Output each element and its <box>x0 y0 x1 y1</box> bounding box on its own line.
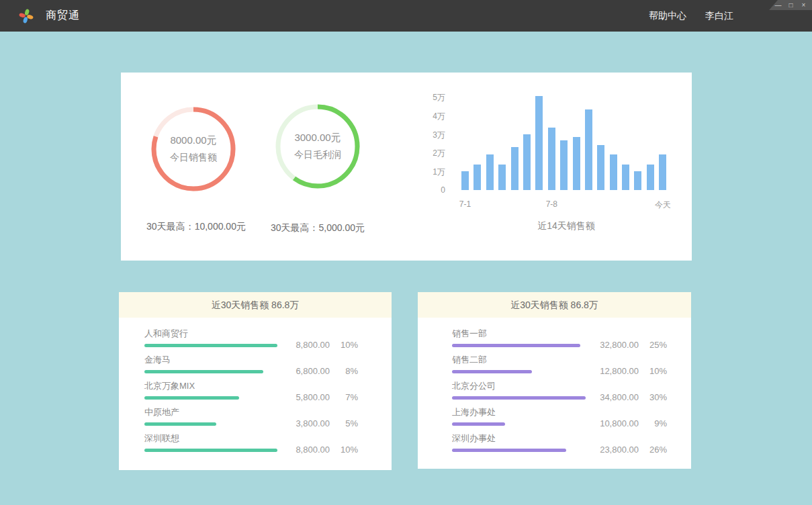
y-axis-tick-label: 5万 <box>418 92 445 103</box>
today-sales-donut: 8000.00元 今日销售额 <box>150 105 237 193</box>
daily-sales-bar <box>548 128 555 190</box>
rank-item-name: 北京分公司 <box>452 381 691 392</box>
x-axis-tick-label: 7-8 <box>537 199 566 209</box>
daily-sales-bar <box>498 165 506 190</box>
x-axis-tick-label: 7-1 <box>451 199 480 209</box>
rank-item-bar <box>144 344 277 347</box>
daily-sales-bar <box>560 140 568 190</box>
daily-sales-bar <box>573 137 580 190</box>
y-axis-tick-label: 0 <box>418 185 445 195</box>
overview-card: 8000.00元 今日销售额 30天最高：10,000.00元 3000.00元… <box>121 73 692 261</box>
x-axis-tick-label: 今天 <box>648 199 678 211</box>
rank-item-name: 金海马 <box>144 355 392 365</box>
rank-item-bar <box>144 449 277 452</box>
rank-item-percent: 25% <box>639 340 667 350</box>
rank-item-name: 销售一部 <box>452 328 691 339</box>
daily-sales-bar <box>634 171 641 190</box>
rank-item-amount: 34,800.00 <box>585 392 639 402</box>
rank-row: 北京分公司34,800.0030% <box>418 381 691 407</box>
y-axis-tick-label: 3万 <box>418 130 445 141</box>
rank-item-name: 深圳联想 <box>144 433 392 444</box>
rank-row: 销售一部32,800.0025% <box>418 328 691 355</box>
rank-item-percent: 8% <box>330 366 358 376</box>
app-title: 商贸通 <box>46 9 80 23</box>
daily-sales-bar <box>511 147 518 190</box>
rank-item-bar <box>452 396 586 400</box>
rank-item-bar <box>452 344 580 347</box>
daily-chart-title: 近14天销售额 <box>499 220 633 232</box>
rank-item-bar <box>452 422 505 426</box>
daily-sales-bar <box>610 154 617 190</box>
rank-item-amount: 3,800.00 <box>276 418 330 428</box>
rank-item-value: 6,800.008% <box>276 366 358 376</box>
rank-item-name: 人和商贸行 <box>144 328 392 339</box>
rank-item-value: 5,800.007% <box>276 392 358 402</box>
rank-item-name: 中原地产 <box>144 407 392 418</box>
help-center-link[interactable]: 帮助中心 <box>649 10 686 22</box>
daily-sales-bar <box>647 165 654 190</box>
rank-item-amount: 10,800.00 <box>585 418 639 428</box>
customer-rank-list: 人和商贸行8,800.0010%金海马6,800.008%北京万象MIX5,80… <box>119 318 392 459</box>
rank-row: 深圳办事处23,800.0026% <box>418 433 691 459</box>
rank-item-percent: 10% <box>330 445 358 455</box>
y-axis-tick-label: 1万 <box>418 167 445 178</box>
window-controls: — □ × <box>769 0 812 10</box>
titlebar: 商贸通 帮助中心 李白江 — □ × <box>0 0 812 32</box>
username-menu[interactable]: 李白江 <box>705 10 733 22</box>
rank-item-value: 12,800.0010% <box>585 366 667 376</box>
rank-item-amount: 32,800.00 <box>585 340 639 350</box>
y-axis-tick-label: 4万 <box>418 111 445 122</box>
rank-item-percent: 9% <box>639 418 667 428</box>
app-logo-pinwheel-icon <box>19 9 34 24</box>
rank-row: 上海办事处10,800.009% <box>418 407 691 433</box>
y-axis-tick-label: 2万 <box>418 148 445 159</box>
rank-item-percent: 10% <box>639 366 667 376</box>
daily-sales-bar <box>535 96 543 190</box>
rank-item-value: 8,800.0010% <box>276 445 358 455</box>
today-sales-label: 今日销售额 <box>170 152 217 164</box>
rank-row: 人和商贸行8,800.0010% <box>119 328 392 355</box>
daily-sales-bar <box>585 109 592 190</box>
department-rank-title: 近30天销售额 86.8万 <box>418 292 691 318</box>
today-profit-value: 3000.00元 <box>294 132 341 144</box>
rank-row: 销售二部12,800.0010% <box>418 355 691 381</box>
daily-sales-bar <box>523 134 531 190</box>
rank-item-value: 34,800.0030% <box>585 392 667 402</box>
rank-row: 北京万象MIX5,800.007% <box>119 381 392 407</box>
customer-rank-title: 近30天销售额 86.8万 <box>119 292 392 318</box>
today-profit-label: 今日毛利润 <box>294 149 341 161</box>
department-rank-list: 销售一部32,800.0025%销售二部12,800.0010%北京分公司34,… <box>418 318 691 459</box>
daily-sales-bar <box>622 165 629 190</box>
today-sales-value: 8000.00元 <box>170 134 216 147</box>
rank-item-name: 上海办事处 <box>452 407 691 418</box>
rank-item-value: 10,800.009% <box>585 418 667 428</box>
rank-item-bar <box>144 396 239 400</box>
rank-item-bar <box>144 370 263 373</box>
rank-row: 深圳联想8,800.0010% <box>119 433 392 459</box>
close-button[interactable]: × <box>797 0 810 10</box>
rank-item-value: 8,800.0010% <box>276 340 358 350</box>
rank-item-amount: 6,800.00 <box>276 366 330 376</box>
rank-item-value: 32,800.0025% <box>585 340 667 350</box>
customer-rank-card: 近30天销售额 86.8万 人和商贸行8,800.0010%金海马6,800.0… <box>119 292 392 470</box>
minimize-button[interactable]: — <box>772 0 784 10</box>
rank-item-name: 深圳办事处 <box>452 433 691 444</box>
rank-item-value: 23,800.0026% <box>585 445 667 455</box>
rank-item-amount: 12,800.00 <box>585 366 639 376</box>
rank-item-name: 北京万象MIX <box>144 381 392 392</box>
daily-sales-bar <box>597 145 604 190</box>
profit-30day-max-caption: 30天最高：5,000.00元 <box>237 222 398 234</box>
rank-item-percent: 30% <box>639 392 667 402</box>
rank-item-percent: 10% <box>330 340 358 350</box>
rank-item-bar <box>452 370 532 373</box>
rank-item-bar <box>452 449 566 452</box>
maximize-button[interactable]: □ <box>784 0 797 10</box>
daily-sales-bar <box>461 171 469 190</box>
rank-item-value: 3,800.005% <box>276 418 358 428</box>
rank-item-amount: 5,800.00 <box>276 392 330 402</box>
rank-item-percent: 7% <box>330 392 358 402</box>
rank-item-amount: 8,800.00 <box>276 340 330 350</box>
rank-row: 金海马6,800.008% <box>119 355 392 381</box>
department-rank-card: 近30天销售额 86.8万 销售一部32,800.0025%销售二部12,800… <box>418 292 691 469</box>
rank-item-percent: 5% <box>330 418 358 428</box>
